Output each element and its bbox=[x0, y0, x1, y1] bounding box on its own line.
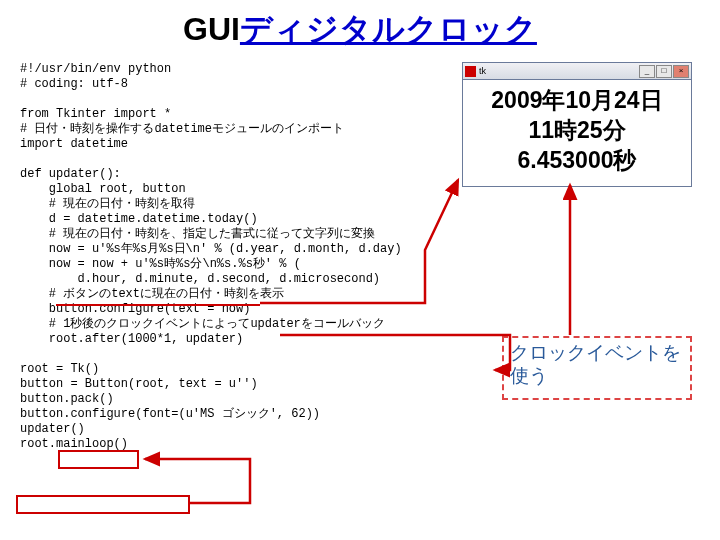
clock-date: 2009年10月24日 bbox=[467, 86, 687, 116]
window-titlebar: tk _ □ × bbox=[463, 63, 691, 80]
window-title: tk bbox=[479, 66, 486, 76]
minimize-button[interactable]: _ bbox=[639, 65, 655, 78]
close-button[interactable]: × bbox=[673, 65, 689, 78]
callout-box: クロックイベントを使う bbox=[502, 336, 692, 400]
page-title: GUIディジタルクロック bbox=[0, 0, 720, 56]
maximize-button[interactable]: □ bbox=[656, 65, 672, 78]
highlight-mainloop bbox=[16, 495, 190, 514]
title-plain: GUI bbox=[183, 11, 240, 47]
clock-time: 11時25分 bbox=[467, 116, 687, 146]
clock-seconds: 6.453000秒 bbox=[467, 146, 687, 176]
code-block: #!/usr/bin/env python # coding: utf-8 fr… bbox=[20, 62, 402, 452]
tk-window: tk _ □ × 2009年10月24日 11時25分 6.453000秒 bbox=[462, 62, 692, 187]
title-link[interactable]: ディジタルクロック bbox=[240, 11, 537, 47]
tk-icon bbox=[465, 66, 476, 77]
clock-body: 2009年10月24日 11時25分 6.453000秒 bbox=[463, 80, 691, 186]
highlight-updater bbox=[58, 450, 139, 469]
